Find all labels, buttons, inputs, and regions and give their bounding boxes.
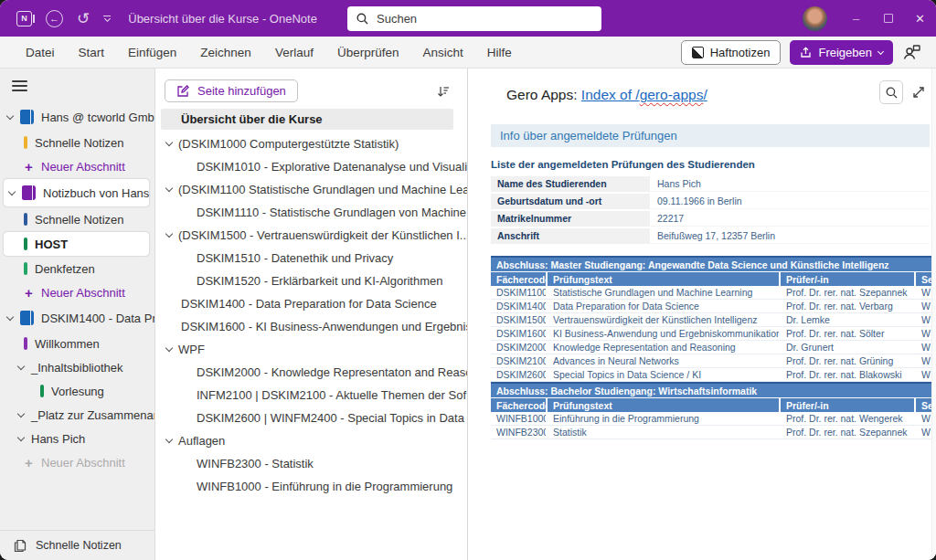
exam-tables: Abschluss: Master Studiengang: Angewandt… (491, 256, 936, 439)
cell-faechercode: DSKIM1400 (491, 301, 546, 312)
menu-item[interactable]: Verlauf (263, 37, 325, 68)
page-list-item[interactable]: WINFB1000 - Einführung in die Programmie… (155, 475, 467, 498)
sidebar-item[interactable]: + Schnelle Notizen (0, 207, 154, 231)
maximize-button[interactable] (872, 0, 904, 37)
sort-icon[interactable] (436, 84, 451, 99)
sidebar-item[interactable]: + Hans @ tcworld GmbH (0, 103, 154, 131)
haftnotizen-button[interactable]: Haftnotizen (681, 40, 782, 65)
undo-icon[interactable]: ↺ (77, 11, 90, 26)
search-input[interactable] (377, 12, 592, 26)
cell-pruefungstext: Advances in Neural Networks (548, 355, 779, 366)
page-list-item[interactable]: DSKIM1510 - Datenethik und Privacy (155, 247, 467, 269)
page-list-item[interactable]: DSKIM1110 - Statistische Grundlagen von … (155, 201, 467, 224)
list-title: Liste der angemeldeten Prüfungen des Stu… (491, 159, 936, 170)
notebook-list: + Hans @ tcworld GmbH + Schnelle Notizen (0, 103, 154, 474)
quick-notes-footer[interactable]: Schnelle Notizen (0, 530, 154, 560)
page-list-item[interactable]: Auflagen (155, 429, 467, 452)
page-title: DSKIM1520 - Erklärbarkeit und KI-Algorit… (197, 274, 443, 288)
page-title: DSKIM1110 - Statistische Grundlagen von … (197, 206, 467, 219)
sidebar-item[interactable]: + Neuer Abschnitt (0, 280, 154, 304)
menu-item[interactable]: Start (67, 37, 117, 68)
menu-item[interactable]: Einfügen (116, 37, 188, 68)
back-icon[interactable]: ← (46, 10, 63, 27)
cell-pruefer: Prof. Dr. rer. nat. Blakowski (781, 369, 914, 380)
menu-item[interactable]: Hilfe (475, 37, 524, 68)
cell-faechercode: WINFB2300 (491, 427, 546, 438)
cell-faechercode: DSKIM1500 (491, 314, 546, 325)
page-list-item[interactable]: DSKIM2000 - Knowledge Representaton and … (155, 361, 467, 384)
expand-icon[interactable] (911, 85, 926, 100)
minimize-button[interactable]: – (840, 0, 872, 37)
chevron-down-icon (878, 48, 884, 54)
column-header: Prüfer/-in (781, 398, 914, 412)
page-canvas[interactable]: Gero Apps: Index of /gero-apps/ Info übe… (468, 69, 936, 560)
sidebar-item[interactable]: + Hans Pich (0, 427, 154, 450)
menu-item[interactable]: Zeichnen (188, 37, 263, 68)
page-list-item[interactable]: INFM2100 | DSKIM2100 - Aktuelle Themen d… (155, 384, 467, 407)
sidebar-item[interactable]: + Neuer Abschnitt (0, 450, 154, 474)
menu-item[interactable]: Datei (14, 37, 67, 68)
page-list-item[interactable]: (DSKIM1000 Computergestützte Statistik) (155, 132, 467, 155)
page-title: DSKIM1400 - Data Preparation for Data Sc… (181, 297, 437, 311)
freigeben-button[interactable]: Freigeben (790, 40, 893, 65)
share-icon (800, 47, 812, 58)
page-list-item[interactable]: (DSKIM1100 Statistische Grundlagen und M… (155, 178, 467, 201)
chevron-down-icon (8, 187, 16, 195)
sidebar-item[interactable]: + DSKIM1400 - Data Pre... (0, 304, 154, 332)
page-search-button[interactable] (879, 80, 903, 104)
table-row: DSKIM2100 Advances in Neural Networks Pr… (491, 354, 936, 368)
sidebar-item[interactable]: + _Platz zur Zusammenar... (0, 403, 154, 427)
page-list-item[interactable]: Übersicht über die Kurse (161, 109, 453, 130)
page-list-item[interactable]: DSKIM2600 | WINFM2400 - Special Topics i… (155, 407, 467, 429)
menu-item[interactable]: Überprüfen (325, 37, 411, 68)
info-banner: Info über angemeldete Prüfungen (491, 124, 930, 147)
page-list-item[interactable]: DSKIM1400 - Data Preparation for Data Sc… (155, 292, 467, 315)
page-list-item[interactable]: DSKIM1010 - Explorative Datenanalyse und… (155, 155, 467, 178)
sidebar-item-label: Hans @ tcworld GmbH (41, 111, 154, 124)
section-color-bar (24, 213, 27, 226)
column-header: Prüfungstext (548, 272, 779, 286)
page-title: Auflagen (178, 434, 225, 448)
degree-header: Abschluss: Master Studiengang: Angewandt… (491, 256, 936, 271)
cell-pruefungstext: Einführung in die Programmierung (548, 413, 779, 424)
hamburger-icon[interactable] (12, 80, 27, 91)
sidebar-item[interactable]: + Denkfetzen (0, 257, 154, 280)
page-list-item[interactable]: WPF (155, 338, 467, 361)
page-list-item[interactable]: WINFB2300 - Statistik (155, 452, 467, 475)
sidebar-item-label: Neuer Abschnitt (41, 286, 125, 300)
sidebar-item[interactable]: + HOST (4, 232, 149, 256)
page-title: (DSKIM1000 Computergestützte Statistik) (178, 137, 399, 151)
sidebar-item[interactable]: + Neuer Abschnitt (0, 154, 154, 178)
cell-pruefungstext: Statistische Grundlagen und Machine Lear… (548, 287, 779, 298)
sidebar-item[interactable]: + Vorlesung (0, 379, 154, 403)
student-info-row: Anschrift Beifußweg 17, 12357 Berlin (491, 228, 930, 244)
menu-item[interactable]: Ansicht (410, 37, 474, 68)
scrollbar-track[interactable] (931, 69, 936, 560)
student-info-row: Matrikelnummer 22217 (491, 211, 930, 227)
contact-feedback-icon[interactable] (902, 43, 921, 61)
sidebar-item[interactable]: + Schnelle Notizen (0, 131, 154, 154)
avatar[interactable] (803, 6, 827, 31)
search-box[interactable] (347, 6, 601, 31)
page-stack-icon (14, 539, 27, 553)
cell-pruefer: Prof. Dr. rer. nat. Szepannek (781, 427, 914, 438)
gero-apps-link[interactable]: Index of /gero-apps/ (581, 87, 707, 102)
student-info-value: 22217 (650, 211, 930, 227)
page-list-item[interactable]: DSKIM1600 - KI Business-Anwendungen und … (155, 315, 467, 338)
sidebar-item[interactable]: + Notizbuch von Hans (4, 179, 149, 206)
add-page-button[interactable]: Seite hinzufügen (165, 79, 298, 102)
cell-pruefer: Dr. Grunert (781, 342, 914, 353)
student-info-value: 09.11.1966 in Berlin (650, 194, 930, 209)
sidebar-item[interactable]: + Willkommen (0, 332, 154, 355)
exam-table: Abschluss: Bachelor Studiengang: Wirtsch… (491, 382, 936, 439)
quick-access-chevron-icon[interactable] (103, 16, 111, 21)
close-button[interactable]: ✕ (904, 0, 936, 37)
page-list-item[interactable]: (DSKIM1500 - Vertrauenswürdigkeit der Kü… (155, 224, 467, 247)
sidebar-item-label: Vorlesung (51, 385, 104, 398)
sidebar-item-label: Neuer Abschnitt (41, 456, 125, 470)
chevron-down-icon (6, 111, 14, 119)
page-list-item[interactable]: DSKIM1520 - Erklärbarkeit und KI-Algorit… (155, 269, 467, 292)
column-headers: Fächercode Prüfungstext Prüfer/-in Se (491, 398, 936, 412)
cell-pruefungstext: Special Topics in Data Science / KI (548, 369, 779, 380)
sidebar-item[interactable]: + _Inhaltsbibliothek (0, 355, 154, 379)
